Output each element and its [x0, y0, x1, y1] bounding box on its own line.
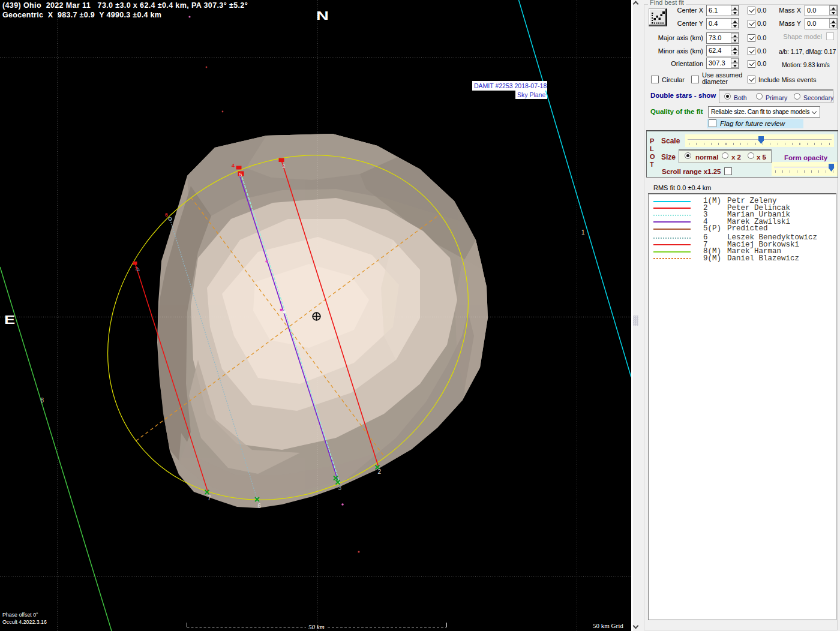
- svg-text:(439) Ohio 2022 Mar 11 73.0: (439) Ohio 2022 Mar 11 73.0 ±3.0 x 62.4 …: [2, 1, 248, 10]
- svg-text:Phase offset 0°: Phase offset 0°: [2, 612, 38, 618]
- svg-text:3: 3: [338, 485, 342, 491]
- svg-text:8: 8: [41, 397, 44, 404]
- svg-text:2: 2: [378, 468, 382, 475]
- svg-text:6: 6: [258, 503, 262, 509]
- svg-text:Occult 4.2022.3.16: Occult 4.2022.3.16: [2, 619, 47, 625]
- svg-text:50 km Grid: 50 km Grid: [593, 622, 623, 629]
- svg-text:7: 7: [208, 495, 211, 501]
- svg-text:5: 5: [239, 172, 242, 178]
- svg-text:6: 6: [165, 212, 168, 218]
- svg-text:Geocentric X 983.7 ±0.9 Y 4: Geocentric X 983.7 ±0.9 Y 4990.3 ±0.4 km: [2, 11, 161, 19]
- svg-text:50 km: 50 km: [308, 623, 325, 630]
- svg-text:1: 1: [581, 229, 585, 236]
- svg-text:4: 4: [232, 163, 235, 169]
- svg-text:E: E: [4, 313, 15, 326]
- svg-text:2: 2: [283, 163, 286, 169]
- svg-text:DAMIT #2253 2018-07-18: DAMIT #2253 2018-07-18: [474, 82, 547, 89]
- svg-text:Sky Plane: Sky Plane: [517, 91, 545, 98]
- svg-text:N: N: [316, 8, 329, 22]
